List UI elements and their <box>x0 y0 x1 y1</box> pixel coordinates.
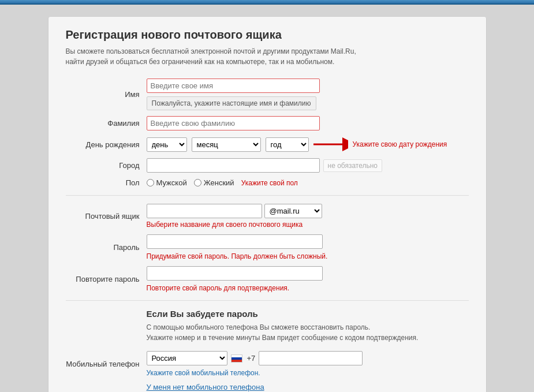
gender-row: Пол Мужской Женский Укажите свой пол <box>66 178 469 187</box>
name-hint: Пожалуйста, укажите настоящие имя и фами… <box>147 96 316 110</box>
no-phone-link[interactable]: У меня нет мобильного телефона <box>147 383 469 391</box>
birthday-year-select[interactable]: год <box>266 137 309 152</box>
page-subtitle: Вы сможете пользоваться бесплатной элект… <box>66 46 469 67</box>
gender-female-radio[interactable] <box>194 179 201 186</box>
gender-female-text: Женский <box>204 178 234 187</box>
lastname-input[interactable] <box>147 116 320 130</box>
password2-error: Повторите свой пароль для подтверждения. <box>147 284 290 292</box>
page-title: Регистрация нового почтового ящика <box>66 28 469 42</box>
lastname-row: Фамилия <box>66 116 469 130</box>
phone-row: Мобильный телефон Россия +7 Укажите свой… <box>66 351 469 377</box>
mailbox-label: Почтовый ящик <box>66 212 147 221</box>
divider-1 <box>66 195 469 196</box>
password-field: Придумайте свой пароль. Парль должен быт… <box>147 234 469 260</box>
phone-field: Россия +7 Укажите свой мобильный телефон… <box>147 351 469 377</box>
recovery-section: Если Вы забудете пароль С помощью мобиль… <box>147 309 469 343</box>
password-label: Пароль <box>66 243 147 252</box>
gender-label: Пол <box>66 178 147 187</box>
password2-field: Повторите свой пароль для подтверждения. <box>147 266 469 292</box>
password2-label: Повторите пароль <box>66 275 147 283</box>
name-field: Пожалуйста, укажите настоящие имя и фами… <box>147 79 469 110</box>
city-input[interactable] <box>147 158 320 173</box>
birthday-label: День рождения <box>66 140 147 149</box>
flag-icon <box>231 354 242 363</box>
gender-error: Укажите свой пол <box>241 179 298 187</box>
birthday-row: День рождения день месяц год <box>66 136 469 152</box>
gender-male-label[interactable]: Мужской <box>147 178 187 187</box>
divider-2 <box>66 300 469 301</box>
gender-male-radio[interactable] <box>147 179 154 186</box>
password-error: Придумайте свой пароль. Парль должен быт… <box>147 252 328 260</box>
city-label: Город <box>66 161 147 170</box>
name-row: Имя Пожалуйста, укажите настоящие имя и … <box>66 79 469 110</box>
city-optional: не обязательно <box>323 159 383 172</box>
lastname-field <box>147 116 469 130</box>
phone-input[interactable] <box>259 351 363 365</box>
mailbox-input[interactable] <box>147 204 262 218</box>
registration-form: Регистрация нового почтового ящика Вы см… <box>48 16 487 392</box>
gender-female-label[interactable]: Женский <box>194 178 234 187</box>
gender-field: Мужской Женский Укажите свой пол <box>147 178 469 187</box>
domain-select[interactable]: @mail.ru @inbox.ru @list.ru @bk.ru <box>264 204 322 218</box>
city-row: Город не обязательно <box>66 158 469 173</box>
password2-input[interactable] <box>147 266 323 281</box>
birthday-field: день месяц год Укажите сво <box>147 136 469 152</box>
mailbox-field: @mail.ru @inbox.ru @list.ru @bk.ru Выбер… <box>147 204 469 229</box>
top-bar <box>0 0 534 5</box>
phone-error: Укажите свой мобильный телефон. <box>147 369 260 377</box>
mailbox-row: Почтовый ящик @mail.ru @inbox.ru @list.r… <box>66 204 469 229</box>
name-label: Имя <box>66 90 147 99</box>
birthday-month-select[interactable]: месяц <box>192 137 261 152</box>
password-row: Пароль Придумайте свой пароль. Парль дол… <box>66 234 469 260</box>
phone-label: Мобильный телефон <box>66 360 147 368</box>
lastname-label: Фамилия <box>66 119 147 128</box>
recovery-title: Если Вы забудете пароль <box>147 309 469 319</box>
phone-code: +7 <box>247 354 256 363</box>
country-select[interactable]: Россия <box>147 351 227 365</box>
city-field: не обязательно <box>147 158 469 173</box>
birthday-day-select[interactable]: день <box>147 137 187 152</box>
password2-row: Повторите пароль Повторите свой пароль д… <box>66 266 469 292</box>
mailbox-error: Выберите название для своего почтового я… <box>147 221 303 229</box>
birthday-error: Укажите свою дату рождения <box>353 140 447 148</box>
red-arrow-icon <box>313 136 348 152</box>
recovery-desc: С помощью мобильного телефона Вы сможете… <box>147 322 469 343</box>
gender-male-text: Мужской <box>156 178 187 187</box>
name-input[interactable] <box>147 79 320 93</box>
password-input[interactable] <box>147 234 323 249</box>
